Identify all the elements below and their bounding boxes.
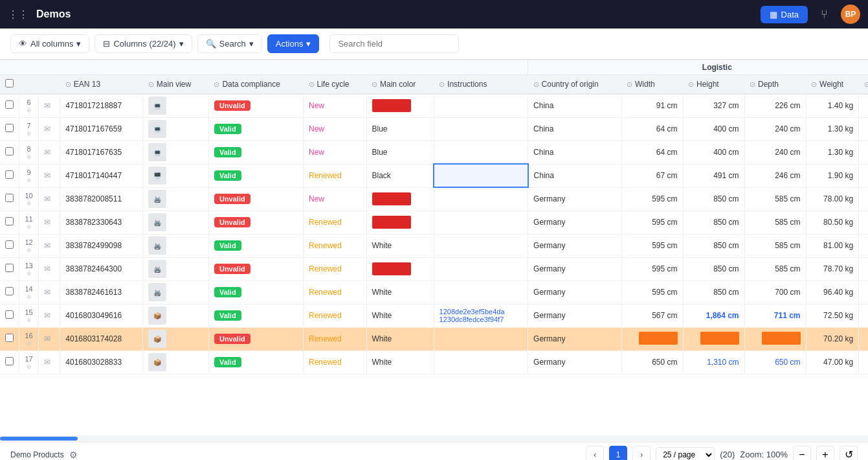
col-datacompliance[interactable]: ⊙ Data compliance <box>208 75 303 95</box>
pagination-prev-button[interactable]: ‹ <box>586 446 604 461</box>
row-instructions[interactable]: 1208de2e3ef5be4da1230dc8fedce3f94f7 <box>434 304 528 327</box>
col-ean13[interactable]: ⊙ EAN 13 <box>60 75 143 95</box>
row-checkbox-cell[interactable] <box>0 351 19 374</box>
col-weight[interactable]: ⊙ Weight <box>806 75 859 95</box>
row-lifecycle: Renewed <box>304 351 367 374</box>
col-check[interactable] <box>0 75 19 95</box>
row-checkbox[interactable] <box>5 310 14 319</box>
avatar[interactable]: BP <box>841 5 860 24</box>
col-country[interactable]: ⊙ Country of origin <box>528 75 621 95</box>
row-checkbox-cell[interactable] <box>0 257 19 281</box>
row-instructions[interactable] <box>434 327 528 351</box>
email-icon[interactable]: ✉ <box>44 241 50 250</box>
row-checkbox[interactable] <box>5 357 14 365</box>
row-ean13: 4718017167635 <box>60 141 143 164</box>
email-icon[interactable]: ✉ <box>44 218 50 227</box>
row-checkbox-cell[interactable] <box>0 234 19 257</box>
actions-button[interactable]: Actions ▾ <box>267 34 320 53</box>
col-icon-ean: ⊙ <box>65 80 71 89</box>
search-icon: 🔍 <box>206 39 216 49</box>
email-icon[interactable]: ✉ <box>44 264 50 273</box>
row-number: 12⊕ <box>19 234 39 257</box>
search-button[interactable]: 🔍 Search ▾ <box>197 34 262 53</box>
row-checkbox-cell[interactable] <box>0 187 19 211</box>
col-icon-w: ⊙ <box>627 80 632 89</box>
row-instructions[interactable] <box>434 117 528 141</box>
email-icon[interactable]: ✉ <box>44 358 50 367</box>
row-instructions[interactable] <box>434 351 528 374</box>
all-columns-button[interactable]: 👁 All columns ▾ <box>10 34 89 53</box>
row-instructions[interactable] <box>434 234 528 257</box>
col-maincolor[interactable]: ⊙ Main color <box>366 75 434 95</box>
col-width[interactable]: ⊙ Width <box>621 75 683 95</box>
email-icon[interactable]: ✉ <box>44 171 50 180</box>
row-checkbox[interactable] <box>5 240 14 249</box>
instructions-link[interactable]: 1208de2e3ef5be4da1230dc8fedce3f94f7 <box>440 308 517 323</box>
table-row: 10⊕✉3838782008511🖨️UnvalidNewGermany595 … <box>0 187 868 211</box>
row-checkbox[interactable] <box>5 147 14 155</box>
email-icon[interactable]: ✉ <box>44 101 50 110</box>
row-checkbox-cell[interactable] <box>0 211 19 234</box>
row-checkbox-cell[interactable] <box>0 304 19 327</box>
row-checkbox-cell[interactable] <box>0 141 19 164</box>
zoom-in-button[interactable]: + <box>816 446 834 461</box>
row-checkbox[interactable] <box>5 124 14 132</box>
row-instructions[interactable] <box>434 211 528 234</box>
email-icon[interactable]: ✉ <box>44 148 50 157</box>
row-width: 595 cm <box>621 281 683 304</box>
row-checkbox[interactable] <box>5 194 14 202</box>
row-checkbox-cell[interactable] <box>0 327 19 351</box>
per-page-select[interactable]: 25 / page 50 / page 100 / page <box>656 447 715 461</box>
row-checkbox[interactable] <box>5 264 14 272</box>
source-settings-button[interactable]: ⚙ <box>67 448 80 461</box>
row-checkbox[interactable] <box>5 217 14 225</box>
row-instructions[interactable] <box>434 187 528 211</box>
footer-source-label: Demo Products <box>10 450 64 459</box>
share-button[interactable]: ⑂ <box>816 5 833 24</box>
row-checkbox[interactable] <box>5 170 14 179</box>
data-tab-button[interactable]: ▦ Data <box>761 6 808 23</box>
row-number: 10⊕ <box>19 187 39 211</box>
pagination-page-1[interactable]: 1 <box>609 446 627 461</box>
scroll-bar[interactable] <box>0 435 868 442</box>
row-checkbox[interactable] <box>5 287 14 295</box>
row-instructions[interactable] <box>434 164 528 187</box>
row-checkbox[interactable] <box>5 334 14 342</box>
row-ean13: 4016803028833 <box>60 351 143 374</box>
table-container[interactable]: Logistic ⊙ EAN 13 ⊙ Main view <box>0 60 868 435</box>
zoom-out-button[interactable]: − <box>793 446 811 461</box>
col-icon-mc: ⊙ <box>372 80 377 89</box>
col-stock[interactable]: ⊙ Stock <box>859 75 868 95</box>
row-instructions[interactable] <box>434 94 528 117</box>
row-height: 327 cm <box>683 94 744 117</box>
email-icon[interactable]: ✉ <box>44 311 50 320</box>
scroll-thumb[interactable] <box>0 437 78 441</box>
row-width: 650 cm <box>621 351 683 374</box>
compliance-badge: Unvalid <box>214 334 250 344</box>
email-icon[interactable]: ✉ <box>44 194 50 203</box>
row-instructions[interactable] <box>434 281 528 304</box>
select-all-checkbox[interactable] <box>5 79 14 87</box>
search-input[interactable] <box>329 34 459 53</box>
row-checkbox-cell[interactable] <box>0 281 19 304</box>
email-icon[interactable]: ✉ <box>44 288 50 297</box>
email-icon[interactable]: ✉ <box>44 124 50 133</box>
table-row: 17⊕✉4016803028833📦ValidRenewedWhiteGerma… <box>0 351 868 374</box>
email-icon[interactable]: ✉ <box>44 334 50 343</box>
row-checkbox-cell[interactable] <box>0 117 19 141</box>
refresh-button[interactable]: ↺ <box>840 446 858 461</box>
col-depth[interactable]: ⊙ Depth <box>744 75 806 95</box>
col-mainview[interactable]: ⊙ Main view <box>143 75 209 95</box>
row-checkbox-cell[interactable] <box>0 94 19 117</box>
col-lifecycle[interactable]: ⊙ Life cycle <box>304 75 367 95</box>
col-instructions[interactable]: ⊙ Instructions <box>434 75 528 95</box>
compliance-badge: Valid <box>214 124 241 134</box>
col-height[interactable]: ⊙ Height <box>683 75 744 95</box>
columns-button[interactable]: ⊟ Columns (22/24) ▾ <box>95 34 192 53</box>
row-instructions[interactable] <box>434 257 528 281</box>
pagination-next-button[interactable]: › <box>632 446 651 461</box>
row-checkbox[interactable] <box>5 100 14 109</box>
row-instructions[interactable] <box>434 141 528 164</box>
row-checkbox-cell[interactable] <box>0 164 19 187</box>
data-table: Logistic ⊙ EAN 13 ⊙ Main view <box>0 60 868 374</box>
